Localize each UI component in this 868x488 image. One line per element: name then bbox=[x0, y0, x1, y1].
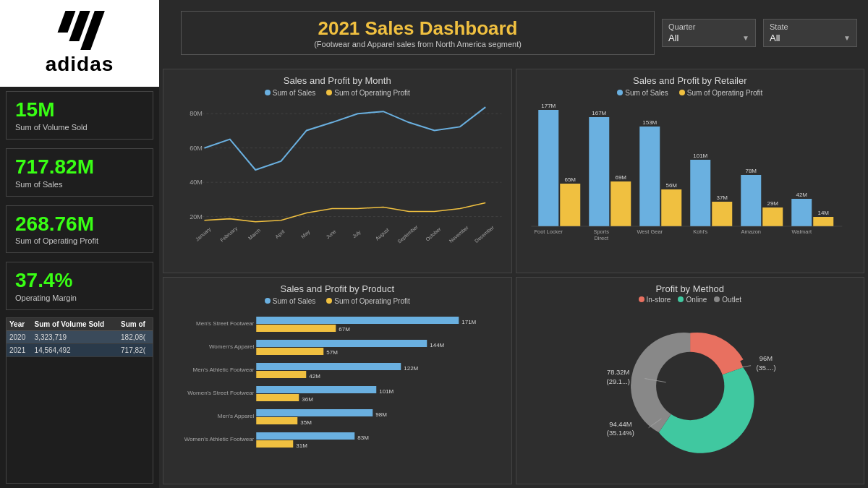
svg-line-88 bbox=[741, 365, 751, 367]
svg-rect-28 bbox=[639, 127, 660, 226]
svg-text:May: May bbox=[300, 229, 312, 240]
table-row: 20203,323,719182,08( bbox=[7, 331, 153, 344]
svg-text:Amazon: Amazon bbox=[741, 228, 761, 235]
legend-outlet: Outlet bbox=[714, 296, 741, 304]
retailer-chart-title: Sales and Profit by Retailer bbox=[522, 75, 859, 86]
svg-rect-32 bbox=[690, 160, 710, 226]
kpi-margin: 37.4% Operating Margin bbox=[6, 262, 153, 310]
retailer-chart-legend: Sum of Sales Sum of Operating Profit bbox=[522, 89, 859, 97]
header-row: 2021 Sales Dashboard (Footwear and Appar… bbox=[159, 0, 868, 65]
kpi-profit-label: Sum of Operating Profit bbox=[15, 236, 144, 245]
svg-rect-63 bbox=[256, 363, 401, 370]
svg-text:96M: 96M bbox=[759, 354, 772, 362]
svg-text:Men's Apparel: Men's Apparel bbox=[218, 413, 255, 419]
svg-text:January: January bbox=[195, 226, 213, 243]
sidebar: adidas 15M Sum of Volume Sold 717.82M Su… bbox=[0, 0, 159, 488]
svg-text:October: October bbox=[425, 226, 442, 242]
svg-text:Sports: Sports bbox=[593, 228, 609, 235]
product-chart-title: Sales and Profit by Product bbox=[169, 283, 506, 294]
svg-text:36M: 36M bbox=[302, 396, 313, 403]
monthly-chart-title: Sales and Profit by Month bbox=[169, 75, 506, 86]
donut-chart: Profit by Method In-store Online Outlet bbox=[516, 277, 865, 485]
svg-text:60M: 60M bbox=[190, 145, 203, 152]
svg-rect-25 bbox=[610, 181, 631, 226]
svg-text:14M: 14M bbox=[817, 210, 829, 216]
svg-text:83M: 83M bbox=[357, 435, 369, 441]
svg-text:40M: 40M bbox=[190, 179, 203, 186]
quarter-filter[interactable]: Quarter All ▼ bbox=[662, 19, 756, 47]
svg-text:(35....): (35....) bbox=[756, 364, 775, 372]
svg-text:171M: 171M bbox=[461, 319, 476, 325]
svg-text:(29.1...): (29.1...) bbox=[606, 377, 629, 385]
svg-rect-60 bbox=[256, 348, 323, 355]
svg-point-82 bbox=[656, 351, 724, 419]
col-sales: Sum of bbox=[118, 318, 153, 331]
main-content: 2021 Sales Dashboard (Footwear and Appar… bbox=[159, 0, 868, 488]
top-charts-row: Sales and Profit by Month Sum of Sales S… bbox=[159, 65, 868, 277]
svg-text:78M: 78M bbox=[745, 168, 757, 174]
svg-text:November: November bbox=[448, 224, 470, 244]
summary-table: Year Sum of Volume Sold Sum of 20203,323… bbox=[6, 317, 153, 484]
kpi-sales-label: Sum of Sales bbox=[15, 180, 144, 189]
svg-text:69M: 69M bbox=[615, 174, 626, 181]
donut-chart-title: Profit by Method bbox=[522, 283, 859, 294]
svg-rect-73 bbox=[256, 409, 373, 416]
adidas-logo: adidas bbox=[46, 11, 114, 76]
bottom-row: Sales and Profit by Product Sum of Sales… bbox=[159, 277, 868, 489]
donut-legend: In-store Online Outlet bbox=[522, 296, 859, 304]
svg-rect-75 bbox=[256, 417, 297, 424]
kpi-sales-value: 717.82M bbox=[15, 156, 144, 179]
legend-online: Online bbox=[678, 296, 707, 304]
kpi-volume: 15M Sum of Volume Sold bbox=[6, 91, 153, 140]
quarter-select[interactable]: All ▼ bbox=[668, 33, 749, 43]
svg-text:42M: 42M bbox=[796, 192, 807, 198]
product-hbar-svg: Men's Street Footwear 171M 67M Women's A… bbox=[169, 308, 506, 467]
quarter-value: All bbox=[668, 33, 678, 43]
svg-rect-40 bbox=[791, 199, 812, 226]
svg-text:144M: 144M bbox=[430, 342, 444, 348]
svg-text:177M: 177M bbox=[541, 103, 556, 109]
svg-rect-68 bbox=[256, 386, 376, 393]
state-value: All bbox=[770, 33, 780, 43]
state-select[interactable]: All ▼ bbox=[770, 33, 851, 43]
kpi-volume-value: 15M bbox=[15, 99, 144, 121]
dashboard-subtitle: (Footwear and Apparel sales from North A… bbox=[196, 40, 639, 48]
state-filter[interactable]: State All ▼ bbox=[763, 19, 857, 47]
svg-rect-21 bbox=[560, 184, 580, 226]
svg-text:Women's Apparel: Women's Apparel bbox=[209, 343, 255, 350]
state-label: State bbox=[770, 22, 851, 31]
svg-text:Men's Street Footwear: Men's Street Footwear bbox=[196, 320, 255, 327]
svg-text:153M: 153M bbox=[642, 119, 657, 126]
svg-text:August: August bbox=[375, 227, 391, 241]
kpi-profit-value: 268.76M bbox=[15, 213, 144, 236]
svg-text:101M: 101M bbox=[693, 153, 707, 159]
svg-text:42M: 42M bbox=[309, 373, 320, 380]
kpi-profit: 268.76M Sum of Operating Profit bbox=[6, 205, 153, 254]
svg-rect-70 bbox=[256, 394, 299, 401]
legend-profit-p: Sum of Operating Profit bbox=[326, 297, 410, 305]
svg-rect-78 bbox=[256, 432, 354, 440]
donut-svg: 78.32M (29.1...) 96M (35....) 94.44M (35… bbox=[522, 307, 859, 466]
svg-text:65M: 65M bbox=[564, 176, 576, 183]
legend-profit-r: Sum of Operating Profit bbox=[679, 89, 763, 97]
svg-rect-36 bbox=[741, 175, 761, 226]
svg-rect-24 bbox=[589, 117, 609, 226]
product-chart: Sales and Profit by Product Sum of Sales… bbox=[163, 277, 512, 485]
svg-text:78.32M: 78.32M bbox=[607, 368, 630, 376]
svg-text:31M: 31M bbox=[296, 442, 307, 449]
kpi-margin-label: Operating Margin bbox=[15, 294, 144, 302]
svg-rect-53 bbox=[256, 317, 459, 324]
svg-text:122M: 122M bbox=[404, 365, 418, 372]
adidas-text: adidas bbox=[46, 53, 114, 76]
quarter-arrow-icon: ▼ bbox=[742, 34, 749, 42]
svg-text:December: December bbox=[474, 224, 495, 244]
table-row: 202114,564,492717,82( bbox=[7, 344, 153, 357]
retailer-bar-svg: 177M 65M 167M 69M 153M 56M 101M bbox=[522, 100, 859, 244]
quarter-label: Quarter bbox=[668, 22, 749, 31]
svg-rect-20 bbox=[538, 110, 558, 226]
svg-text:September: September bbox=[396, 224, 420, 244]
svg-text:March: March bbox=[247, 228, 262, 241]
header-title-box: 2021 Sales Dashboard (Footwear and Appar… bbox=[181, 11, 655, 55]
svg-text:29M: 29M bbox=[767, 200, 778, 207]
dashboard: adidas 15M Sum of Volume Sold 717.82M Su… bbox=[0, 0, 868, 488]
